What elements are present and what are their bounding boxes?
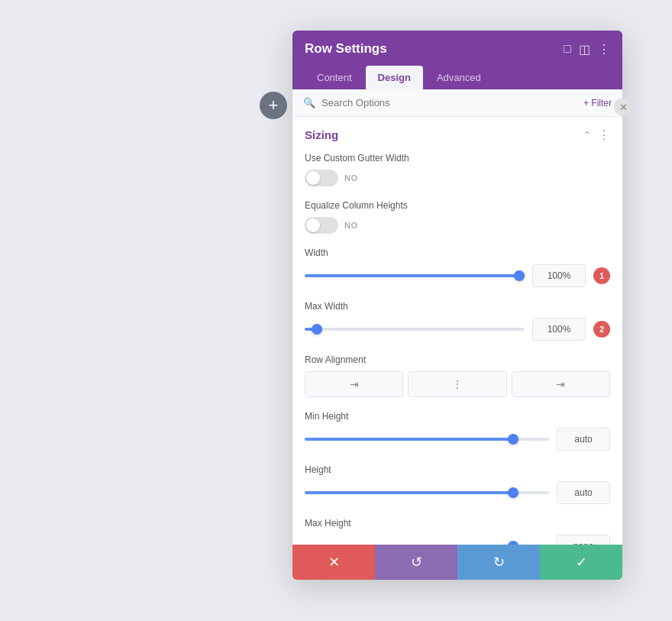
max-width-slider[interactable]: [305, 328, 525, 331]
collapse-icon[interactable]: ⌃: [583, 129, 592, 141]
width-slider[interactable]: [305, 274, 525, 277]
min-height-label: Min Height: [305, 411, 610, 422]
align-right-button[interactable]: ⇥: [512, 371, 610, 397]
panel-header: Row Settings □ ◫ ⋮ Content Design Advanc…: [292, 31, 622, 89]
tab-design[interactable]: Design: [366, 66, 423, 89]
tab-advanced[interactable]: Advanced: [425, 66, 493, 89]
sizing-section-header: Sizing ⌃ ⋮: [292, 117, 622, 148]
search-bar: 🔍 + Filter: [292, 89, 622, 117]
height-input[interactable]: [557, 481, 610, 504]
alignment-group: ⇥ ⋮ ⇥: [305, 371, 610, 397]
search-icon: 🔍: [303, 97, 315, 108]
height-setting: Height: [292, 460, 622, 513]
row-alignment-label: Row Alignment: [305, 354, 610, 365]
max-width-input[interactable]: [532, 318, 586, 341]
gutter-width-toggle-label: NO: [344, 173, 358, 183]
max-width-setting: Max Width 2: [292, 296, 622, 350]
fullscreen-icon[interactable]: □: [564, 42, 571, 56]
add-button[interactable]: +: [260, 92, 287, 119]
cancel-button[interactable]: ✕: [292, 545, 375, 580]
align-center-button[interactable]: ⋮: [408, 371, 506, 397]
save-button[interactable]: ✓: [540, 545, 622, 580]
plus-icon: +: [269, 95, 279, 115]
min-height-slider[interactable]: [305, 438, 549, 441]
header-icons: □ ◫ ⋮: [564, 42, 610, 57]
panel-content: Sizing ⌃ ⋮ Use Custom Gutter Width NO Eq…: [292, 117, 622, 545]
max-width-badge: 2: [593, 321, 610, 338]
gutter-width-label: Use Custom Gutter Width: [305, 153, 610, 163]
min-height-setting: Min Height: [292, 406, 622, 460]
width-badge: 1: [593, 267, 610, 284]
section-menu-icon[interactable]: ⋮: [598, 128, 610, 142]
search-input[interactable]: [321, 97, 577, 108]
close-button[interactable]: ✕: [614, 98, 632, 116]
undo-button[interactable]: ↺: [375, 545, 457, 580]
min-height-input[interactable]: [557, 428, 610, 451]
gutter-width-toggle[interactable]: [305, 170, 338, 186]
gutter-width-setting: Use Custom Gutter Width NO: [292, 148, 622, 196]
max-height-input[interactable]: [557, 535, 610, 545]
section-title: Sizing: [305, 128, 338, 141]
equalize-heights-toggle[interactable]: [305, 217, 338, 234]
tab-content[interactable]: Content: [305, 66, 364, 89]
columns-icon[interactable]: ◫: [579, 42, 590, 57]
width-input[interactable]: [532, 264, 586, 287]
align-left-button[interactable]: ⇥: [305, 371, 403, 397]
tab-bar: Content Design Advanced: [305, 66, 610, 89]
height-label: Height: [305, 464, 610, 475]
width-label: Width: [305, 247, 610, 258]
equalize-heights-label: Equalize Column Heights: [305, 200, 610, 211]
filter-button[interactable]: + Filter: [583, 98, 612, 108]
panel-title: Row Settings: [305, 41, 387, 57]
max-height-label: Max Height: [305, 518, 610, 529]
width-setting: Width 1: [292, 243, 622, 296]
panel-footer: ✕ ↺ ↻ ✓: [292, 545, 622, 580]
row-settings-panel: Row Settings □ ◫ ⋮ Content Design Advanc…: [292, 31, 622, 580]
equalize-heights-toggle-label: NO: [344, 221, 358, 230]
max-width-label: Max Width: [305, 301, 610, 312]
max-height-setting: Max Height: [292, 513, 622, 545]
equalize-heights-setting: Equalize Column Heights NO: [292, 196, 622, 243]
redo-button[interactable]: ↻: [457, 545, 540, 580]
height-slider[interactable]: [305, 491, 549, 494]
menu-icon[interactable]: ⋮: [598, 42, 610, 57]
row-alignment-setting: Row Alignment ⇥ ⋮ ⇥: [292, 350, 622, 406]
